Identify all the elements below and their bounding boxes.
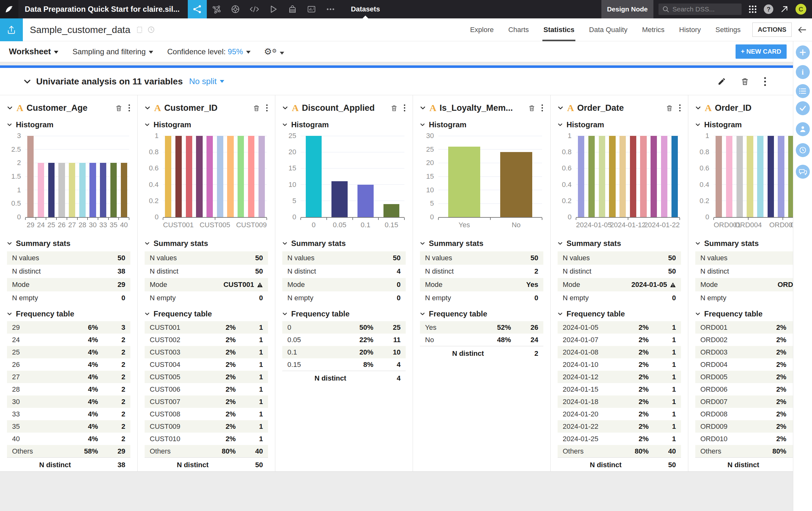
collapse-section-icon[interactable]	[145, 241, 150, 246]
histogram-bar[interactable]	[259, 136, 265, 217]
apps-grid-icon[interactable]	[749, 5, 757, 13]
histogram-bar[interactable]	[448, 146, 480, 217]
histogram-bar[interactable]	[196, 136, 202, 217]
collapse-section-icon[interactable]	[558, 312, 563, 317]
analysis-menu-kebab-icon[interactable]	[764, 77, 766, 86]
collapse-analysis-icon[interactable]	[24, 78, 31, 85]
user-avatar[interactable]: C	[795, 4, 806, 15]
status-checks-icon[interactable]	[796, 101, 810, 115]
collapse-section-icon[interactable]	[7, 122, 12, 127]
delete-card-icon[interactable]	[390, 104, 398, 112]
catalog-icon[interactable]	[226, 0, 245, 19]
histogram-bar[interactable]	[331, 181, 348, 217]
delete-card-icon[interactable]	[253, 104, 260, 112]
histogram-bar[interactable]	[588, 136, 595, 217]
bundles-icon[interactable]	[283, 0, 302, 19]
collapse-card-icon[interactable]	[558, 105, 563, 111]
histogram-bar[interactable]	[640, 136, 646, 217]
histogram-bar[interactable]	[736, 136, 743, 217]
histogram-bar[interactable]	[227, 136, 233, 217]
tab-explore[interactable]: Explore	[463, 19, 501, 41]
card-menu-kebab-icon[interactable]	[266, 104, 268, 112]
histogram-bar[interactable]	[716, 136, 722, 217]
collapse-section-icon[interactable]	[558, 241, 563, 246]
timeline-icon[interactable]	[796, 143, 810, 157]
histogram-bar[interactable]	[175, 136, 182, 217]
collapse-section-icon[interactable]	[558, 122, 563, 127]
collapse-section-icon[interactable]	[145, 312, 150, 317]
collapse-section-icon[interactable]	[282, 312, 287, 317]
card-menu-kebab-icon[interactable]	[403, 104, 406, 112]
uploaded-dataset-icon[interactable]	[0, 19, 23, 41]
collapse-card-icon[interactable]	[7, 105, 13, 111]
worksheet-menu[interactable]: Worksheet	[9, 47, 58, 56]
histogram-bar[interactable]	[757, 136, 763, 217]
flow-icon[interactable]	[188, 0, 207, 19]
card-menu-kebab-icon[interactable]	[541, 104, 543, 112]
discussions-icon[interactable]	[796, 165, 810, 179]
lab-icon[interactable]	[796, 122, 810, 136]
delete-card-icon[interactable]	[528, 104, 535, 112]
tab-statistics[interactable]: Statistics	[536, 19, 582, 41]
histogram-bar[interactable]	[48, 163, 55, 217]
histogram-bar[interactable]	[383, 204, 400, 217]
delete-analysis-trash-icon[interactable]	[741, 77, 749, 86]
histogram-bar[interactable]	[671, 136, 678, 217]
histogram-bar[interactable]	[650, 136, 657, 217]
histogram-bar[interactable]	[58, 163, 65, 217]
edit-analysis-pencil-icon[interactable]	[718, 77, 726, 86]
histogram-bar[interactable]	[79, 163, 86, 217]
collapse-section-icon[interactable]	[420, 312, 425, 317]
build-status-icon[interactable]	[147, 26, 155, 34]
collapse-section-icon[interactable]	[282, 241, 287, 246]
tab-settings[interactable]: Settings	[708, 19, 748, 41]
histogram-bar[interactable]	[165, 136, 171, 217]
collapse-card-icon[interactable]	[695, 105, 701, 111]
info-icon[interactable]: i	[796, 65, 810, 79]
tab-history[interactable]: History	[672, 19, 708, 41]
collapse-card-icon[interactable]	[420, 105, 426, 111]
histogram-bar[interactable]	[726, 136, 732, 217]
open-in-icon[interactable]	[780, 5, 788, 13]
histogram-bar[interactable]	[661, 136, 667, 217]
dashboards-icon[interactable]	[302, 0, 321, 19]
lab-icon[interactable]	[207, 0, 226, 19]
collapse-section-icon[interactable]	[695, 241, 700, 246]
collapse-section-icon[interactable]	[282, 122, 287, 127]
project-title[interactable]: Data Preparation Quick Start for claire.…	[25, 5, 179, 14]
dataiku-logo[interactable]	[0, 0, 19, 19]
collapse-section-icon[interactable]	[7, 312, 12, 317]
histogram-bar[interactable]	[788, 136, 793, 217]
collapse-card-icon[interactable]	[282, 105, 288, 111]
histogram-bar[interactable]	[767, 136, 774, 217]
histogram-bar[interactable]	[69, 163, 75, 217]
histogram-bar[interactable]	[100, 163, 106, 217]
delete-card-icon[interactable]	[666, 104, 673, 112]
histogram-bar[interactable]	[110, 163, 117, 217]
add-icon[interactable]	[796, 45, 810, 59]
sampling-filtering-menu[interactable]: Sampling and filtering	[72, 47, 153, 56]
global-search[interactable]	[659, 3, 742, 15]
jobs-icon[interactable]	[264, 0, 283, 19]
delete-card-icon[interactable]	[115, 104, 122, 112]
new-card-button[interactable]: + NEW CARD	[735, 45, 787, 59]
histogram-bar[interactable]	[206, 136, 213, 217]
copy-icon[interactable]	[136, 26, 143, 34]
actions-button[interactable]: ACTIONS	[752, 23, 792, 37]
more-icon[interactable]	[321, 0, 340, 19]
collapse-section-icon[interactable]	[420, 122, 425, 127]
histogram-bar[interactable]	[357, 185, 374, 217]
histogram-bar[interactable]	[306, 136, 322, 217]
tab-charts[interactable]: Charts	[501, 19, 536, 41]
collapse-section-icon[interactable]	[420, 241, 425, 246]
histogram-bar[interactable]	[121, 163, 127, 217]
collapse-section-icon[interactable]	[145, 122, 150, 127]
breadcrumb-datasets[interactable]: Datasets	[348, 0, 383, 19]
collapse-section-icon[interactable]	[695, 312, 700, 317]
histogram-bar[interactable]	[619, 136, 626, 217]
collapse-card-icon[interactable]	[145, 105, 150, 111]
histogram-bar[interactable]	[500, 152, 532, 217]
schema-icon[interactable]	[796, 84, 810, 98]
help-icon[interactable]: ?	[764, 4, 773, 14]
code-icon[interactable]	[245, 0, 264, 19]
